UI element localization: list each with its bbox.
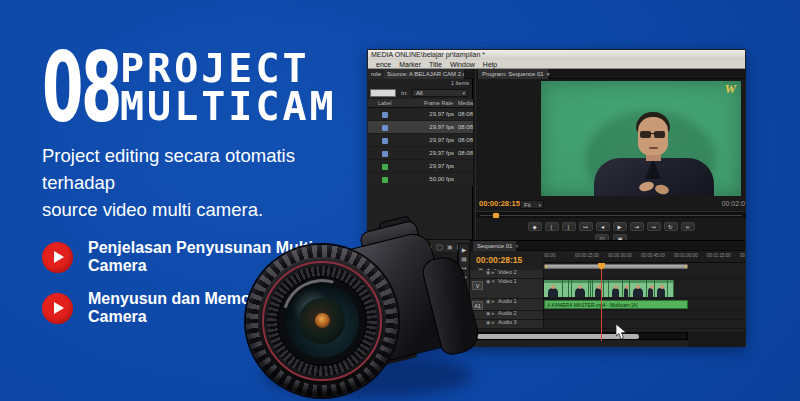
mark-out-button[interactable]: } bbox=[562, 222, 576, 231]
column-header-row: Label Frame Rate Media St bbox=[368, 99, 473, 108]
window-title-bar[interactable]: MEDIA ONLINE\belajar pr\tampilan * bbox=[368, 50, 745, 60]
loop-button[interactable]: ↻ bbox=[664, 222, 678, 231]
table-row[interactable]: 29,97 fps08:08 bbox=[368, 121, 473, 134]
table-row[interactable]: 29,97 fps08:08 bbox=[368, 108, 473, 121]
program-tab-bar: Program: Sequence 01▾× bbox=[476, 69, 746, 79]
multicam-clip[interactable] bbox=[623, 280, 630, 297]
column-frame-rate[interactable]: Frame Rate bbox=[424, 99, 453, 108]
table-row[interactable]: 50,00 fps bbox=[368, 173, 473, 186]
video1-clips bbox=[544, 280, 688, 297]
label-color-chip[interactable] bbox=[382, 125, 388, 131]
add-marker-button[interactable]: ◆ bbox=[528, 222, 542, 231]
title-line-2: MULTICAM bbox=[120, 88, 337, 125]
watermark: W bbox=[724, 81, 736, 97]
go-to-in-button[interactable]: ↦ bbox=[579, 222, 593, 231]
ruler-tick: 00:00:45:00 bbox=[641, 253, 665, 258]
table-row[interactable]: 29,97 fps08:08 bbox=[368, 134, 473, 147]
tab-source[interactable]: Source: A BELAJAR CAM 2.mp4 bbox=[384, 69, 464, 79]
audio-clip[interactable]: A KAMERA MASTER.mp4 - Multicam [A] bbox=[544, 300, 688, 309]
program-video-frame: W bbox=[541, 81, 741, 196]
multicam-clip[interactable] bbox=[655, 280, 668, 297]
project-panel-tabs: role Source: A BELAJAR CAM 2.mp4 bbox=[368, 69, 473, 79]
label-color-chip[interactable] bbox=[382, 151, 388, 157]
thumbnail-canvas: 08 PROJECT MULTICAM Project editing seca… bbox=[0, 0, 800, 401]
ruler-tick: 00:01:15:00 bbox=[707, 253, 731, 258]
label-color-chip[interactable] bbox=[382, 138, 388, 144]
multicam-clip[interactable] bbox=[593, 280, 604, 297]
zoom-level-dropdown[interactable]: Fit▾ bbox=[520, 200, 544, 209]
lesson-number: 08 bbox=[42, 48, 90, 128]
collapse-arrow-icon[interactable]: ▾ bbox=[492, 279, 495, 284]
table-row[interactable]: 29,97 fps08:08 bbox=[368, 147, 473, 160]
program-monitor-panel: Program: Sequence 01▾× W 00:00:28: bbox=[475, 69, 745, 241]
program-tab[interactable]: Program: Sequence 01▾× bbox=[478, 69, 548, 79]
horizontal-scrollbar[interactable] bbox=[470, 332, 688, 340]
transport-controls: ◆ { } ↦ ◄ ▶ ⇥ ↪ ↻ ∞ bbox=[476, 221, 746, 232]
items-count: 1 Items bbox=[368, 79, 473, 87]
dslr-camera-image bbox=[243, 228, 487, 401]
timeline-ruler[interactable]: 00:00 00:00:15:00 00:00:30:00 00:00:45:0… bbox=[542, 251, 745, 263]
hero-description: Project editing secara otomatis terhadap… bbox=[42, 142, 372, 223]
track-video-1: V◉▾Video 1 bbox=[470, 279, 745, 299]
multicam-clip[interactable] bbox=[647, 280, 655, 297]
play-icon[interactable] bbox=[42, 242, 73, 273]
multicam-clip[interactable] bbox=[572, 280, 589, 297]
collapse-arrow-icon[interactable]: ▸ bbox=[492, 270, 495, 275]
go-to-out-button[interactable]: ↪ bbox=[647, 222, 661, 231]
description-line-1: Project editing secara otomatis terhadap bbox=[42, 142, 372, 196]
step-forward-button[interactable]: ⇥ bbox=[630, 222, 644, 231]
playhead-line bbox=[601, 269, 602, 341]
filter-prefix-label: In: bbox=[401, 89, 408, 97]
scrollbar-handle[interactable] bbox=[477, 334, 639, 339]
ruler-tick: 00:01:30:00 bbox=[740, 253, 745, 258]
mouse-cursor bbox=[616, 324, 627, 340]
collapse-arrow-icon[interactable]: ▸ bbox=[492, 320, 495, 325]
multicam-clip[interactable] bbox=[668, 280, 674, 297]
filter-dropdown[interactable]: All▾ bbox=[412, 89, 468, 97]
play-button[interactable]: ▶ bbox=[613, 222, 627, 231]
tab-fragment[interactable]: role bbox=[368, 69, 384, 79]
play-triangle-icon bbox=[54, 302, 64, 314]
play-icon[interactable] bbox=[42, 293, 73, 324]
play-around-button[interactable]: ∞ bbox=[681, 222, 695, 231]
ruler-tick: 00:00:15:00 bbox=[575, 253, 599, 258]
program-control-row: 00:00:28:15 Fit▾ 00:02:0 bbox=[476, 197, 746, 211]
program-scrub-bar[interactable] bbox=[476, 211, 746, 218]
presenter-glasses bbox=[639, 131, 667, 139]
scrub-track bbox=[480, 215, 742, 216]
menu-item-help[interactable]: Help bbox=[483, 61, 497, 68]
mark-in-button[interactable]: { bbox=[545, 222, 559, 231]
chevron-down-icon: ▾ bbox=[462, 90, 465, 97]
label-color-chip[interactable] bbox=[382, 177, 388, 183]
label-color-chip[interactable] bbox=[382, 112, 388, 118]
work-area-bar[interactable] bbox=[544, 264, 688, 269]
menu-item-window[interactable]: Window bbox=[450, 61, 475, 68]
chevron-down-icon: ▾ bbox=[538, 201, 541, 209]
close-icon[interactable]: × bbox=[515, 241, 518, 251]
column-label[interactable]: Label bbox=[378, 99, 391, 108]
menu-item-sequence[interactable]: ence bbox=[376, 61, 391, 68]
hero-heading: 08 PROJECT MULTICAM bbox=[42, 48, 372, 128]
hero-title: PROJECT MULTICAM bbox=[120, 50, 337, 126]
label-color-chip[interactable] bbox=[382, 164, 388, 170]
multicam-clip[interactable] bbox=[630, 280, 647, 297]
collapse-arrow-icon[interactable]: ▸ bbox=[492, 299, 495, 304]
search-row: In: All▾ bbox=[368, 87, 473, 99]
step-back-button[interactable]: ◄ bbox=[596, 222, 610, 231]
current-timecode[interactable]: 00:00:28:15 bbox=[479, 197, 520, 211]
multicam-clip[interactable] bbox=[544, 280, 563, 297]
search-input[interactable] bbox=[370, 89, 396, 97]
description-line-2: source video multi camera. bbox=[42, 196, 372, 223]
table-row[interactable]: 29,97 fps bbox=[368, 160, 473, 173]
play-triangle-icon bbox=[54, 251, 64, 263]
ruler-tick: 00:01:00:00 bbox=[674, 253, 698, 258]
scrub-playhead[interactable] bbox=[493, 213, 499, 218]
camera-lens bbox=[246, 245, 398, 397]
duration-timecode: 00:02:0 bbox=[722, 197, 745, 211]
menu-item-marker[interactable]: Marker bbox=[399, 61, 421, 68]
collapse-arrow-icon[interactable]: ▸ bbox=[492, 311, 495, 316]
close-icon[interactable]: × bbox=[547, 69, 550, 79]
menu-item-title[interactable]: Title bbox=[429, 61, 442, 68]
timeline-tab-bar: Sequence 01× bbox=[470, 241, 745, 251]
multicam-clip[interactable] bbox=[609, 280, 623, 297]
